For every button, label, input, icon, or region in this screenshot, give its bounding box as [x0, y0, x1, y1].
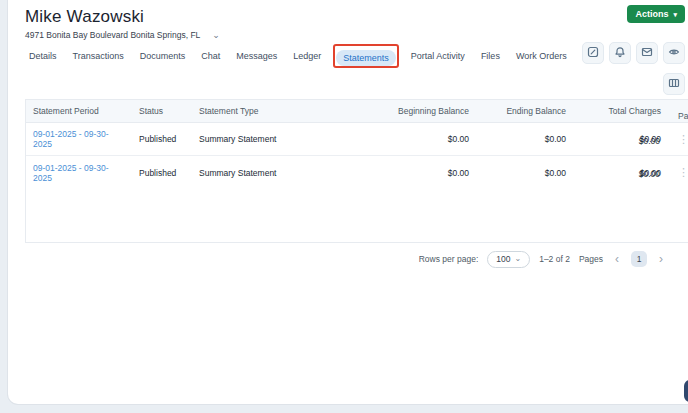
- actions-button[interactable]: Actions ▾: [627, 5, 685, 23]
- total-payments-cell: $0.00: [575, 136, 670, 146]
- column-header-total-charges: Total Charges: [576, 106, 671, 116]
- rows-per-page-select[interactable]: 100 ⌄: [487, 251, 530, 268]
- statements-tab-highlight-box: Statements: [333, 44, 399, 68]
- view-button[interactable]: [663, 42, 685, 64]
- tab-files[interactable]: Files: [477, 48, 504, 64]
- mail-icon: [641, 44, 653, 62]
- chevron-down-icon: ⌄: [514, 257, 521, 261]
- beginning-balance-cell: $0.00: [384, 168, 479, 178]
- statement-type-cell: Summary Statement: [192, 168, 384, 178]
- chevron-down-icon[interactable]: ⌄: [212, 32, 220, 38]
- page-title: Mike Wazowski: [25, 7, 144, 27]
- page-number-button[interactable]: 1: [631, 251, 647, 267]
- rows-per-page-label: Rows per page:: [419, 254, 479, 264]
- email-button[interactable]: [636, 42, 658, 64]
- statement-period-link[interactable]: 09-01-2025 - 09-30-2025: [26, 129, 132, 149]
- address-text: 4971 Bonita Bay Boulevard Bonita Springs…: [25, 30, 200, 40]
- column-header-statement-type: Statement Type: [192, 106, 384, 116]
- row-menu-kebab-icon[interactable]: ⋮: [671, 166, 688, 179]
- row-menu-kebab-icon[interactable]: ⋮: [671, 133, 688, 146]
- beginning-balance-cell: $0.00: [384, 134, 479, 144]
- next-page-button[interactable]: ›: [656, 252, 666, 266]
- pages-label: Pages: [579, 254, 603, 264]
- status-cell: Published: [132, 168, 192, 178]
- rows-per-page-value: 100: [496, 254, 510, 264]
- pagination-bar: Rows per page: 100 ⌄ 1–2 of 2 Pages ‹ 1 …: [25, 244, 680, 274]
- bell-icon: [614, 44, 626, 62]
- total-payments-cell: $0.00: [575, 169, 670, 179]
- notifications-button[interactable]: [609, 42, 631, 64]
- table-header-row: Statement Period Status Statement Type B…: [26, 100, 688, 123]
- toolbar-icon-buttons: [582, 42, 685, 64]
- actions-button-label: Actions: [635, 9, 668, 19]
- column-header-statement-period: Statement Period: [26, 106, 132, 116]
- ending-balance-cell: $0.00: [479, 168, 576, 178]
- pagination-range: 1–2 of 2: [539, 254, 570, 264]
- column-header-beginning-balance: Beginning Balance: [384, 106, 479, 116]
- tab-chat[interactable]: Chat: [197, 48, 224, 64]
- chat-widget-button[interactable]: [684, 380, 688, 402]
- statement-type-cell: Summary Statement: [192, 134, 384, 144]
- edit-button[interactable]: [582, 42, 604, 64]
- edit-icon: [587, 44, 599, 62]
- address-selector[interactable]: 4971 Bonita Bay Boulevard Bonita Springs…: [25, 30, 220, 40]
- tab-documents[interactable]: Documents: [136, 48, 190, 64]
- eye-icon: [668, 44, 680, 62]
- statement-period-link[interactable]: 09-01-2025 - 09-30-2025: [26, 163, 132, 183]
- column-header-ending-balance: Ending Balance: [479, 106, 576, 116]
- tab-bar: Details Transactions Documents Chat Mess…: [25, 44, 571, 68]
- contact-detail-card: Mike Wazowski 4971 Bonita Bay Boulevard …: [8, 0, 688, 404]
- ending-balance-cell: $0.00: [479, 134, 576, 144]
- tab-transactions[interactable]: Transactions: [69, 48, 128, 64]
- previous-page-button[interactable]: ‹: [612, 252, 622, 266]
- tab-details[interactable]: Details: [25, 48, 61, 64]
- status-cell: Published: [132, 134, 192, 144]
- tab-messages[interactable]: Messages: [232, 48, 281, 64]
- column-header-status: Status: [132, 106, 192, 116]
- tab-work-orders[interactable]: Work Orders: [512, 48, 571, 64]
- tab-ledger[interactable]: Ledger: [289, 48, 325, 64]
- chevron-down-icon: ▾: [673, 11, 677, 18]
- tab-statements[interactable]: Statements: [336, 50, 396, 66]
- column-settings-button[interactable]: [663, 73, 685, 95]
- tab-portal-activity[interactable]: Portal Activity: [407, 48, 469, 64]
- columns-icon: [668, 75, 680, 93]
- column-header-total-payments: Total Payments: [671, 101, 688, 121]
